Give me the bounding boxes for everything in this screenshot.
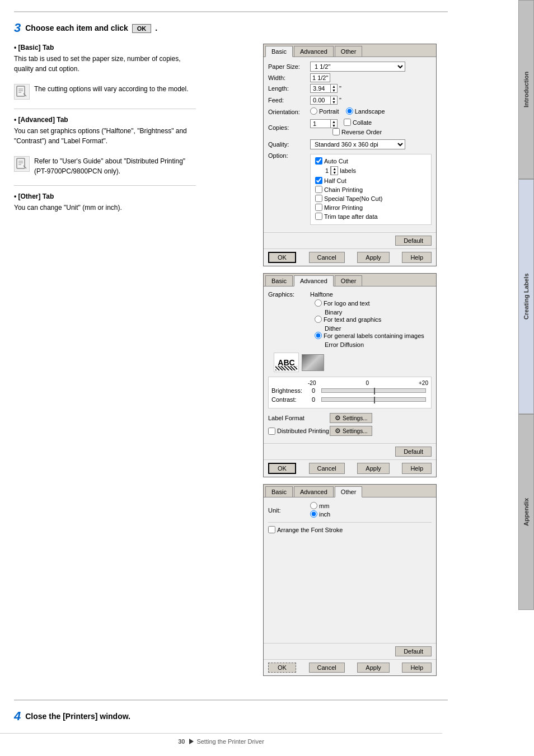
portrait-input[interactable] [310,107,317,115]
general-labels-radio[interactable] [315,332,322,339]
feed-arrows[interactable]: ▲ ▼ [330,96,337,104]
mirror-printing-label[interactable]: Mirror Printing [315,204,363,211]
trim-tape-label[interactable]: Trim tape after data [315,213,378,220]
inch-radio[interactable] [310,510,317,518]
auto-cut-checkbox[interactable] [315,157,322,165]
labels-spinner[interactable]: ▲ ▼ [330,166,338,175]
length-up-arrow[interactable]: ▲ [331,84,337,88]
basic-apply-btn[interactable]: Apply [357,252,390,263]
labels-up[interactable]: ▲ [331,167,338,171]
paper-size-control[interactable]: 1 1/2" [310,62,432,72]
quality-select[interactable]: Standard 360 x 360 dpi [310,139,405,149]
basic-default-btn[interactable]: Default [395,236,432,246]
oth-tab-basic[interactable]: Basic [265,486,293,497]
advanced-help-btn[interactable]: Help [402,463,432,474]
copies-down[interactable]: ▼ [331,124,337,128]
logo-text-radio-label[interactable]: For logo and text [315,299,370,307]
distributed-printing-checkbox[interactable] [268,428,275,435]
half-cut-checkbox[interactable] [315,177,322,184]
copies-value[interactable]: 1 [311,120,330,128]
side-tab-creating-labels[interactable]: Creating Labels [518,179,534,414]
label-format-settings-btn[interactable]: ⚙ Settings... [330,413,372,423]
labels-arrows[interactable]: ▲ ▼ [331,167,338,175]
mirror-printing-checkbox[interactable] [315,204,322,211]
arrange-font-label[interactable]: Arrange the Font Stroke [268,526,343,533]
oth-tab-advanced[interactable]: Advanced [294,486,334,497]
other-dialog-tabs[interactable]: Basic Advanced Other [264,485,436,497]
inch-radio-label[interactable]: inch [310,510,330,518]
copies-arrows[interactable]: ▲ ▼ [330,120,337,128]
length-down-arrow[interactable]: ▼ [331,88,337,92]
distributed-printing-label[interactable]: Distributed Printing [268,428,330,435]
ok-button-inline[interactable]: OK [132,24,152,33]
collate-checkbox-label[interactable]: Collate [344,119,372,126]
length-value[interactable]: 3.94 [311,84,330,92]
advanced-dialog-footer: Default [264,443,436,459]
trim-tape-row: Trim tape after data [315,213,427,220]
reverse-order-checkbox[interactable] [332,128,340,135]
adv-tab-basic[interactable]: Basic [265,275,293,286]
special-tape-label[interactable]: Special Tape(No Cut) [315,195,382,202]
feed-spinner[interactable]: 0.00 ▲ ▼ [310,96,338,105]
logo-text-radio[interactable] [315,299,322,307]
landscape-radio[interactable]: Landscape [346,107,385,115]
brightness-slider[interactable] [321,388,426,393]
feed-value[interactable]: 0.00 [311,96,330,104]
basic-dialog-tabs[interactable]: Basic Advanced Other [264,44,436,57]
tab-basic[interactable]: Basic [265,46,293,57]
other-default-btn[interactable]: Default [395,646,432,656]
reverse-order-label[interactable]: Reverse Order [332,128,382,135]
other-apply-btn[interactable]: Apply [357,663,390,673]
quality-control[interactable]: Standard 360 x 360 dpi [310,139,432,149]
oth-tab-other[interactable]: Other [335,486,363,497]
tab-advanced[interactable]: Advanced [294,46,334,57]
other-ok-btn[interactable]: OK [268,663,296,673]
chain-printing-label[interactable]: Chain Printing [315,186,363,193]
basic-ok-btn[interactable]: OK [268,252,296,263]
adv-tab-other[interactable]: Other [335,275,363,286]
side-tab-appendix[interactable]: Appendix [518,414,534,610]
basic-cancel-btn[interactable]: Cancel [309,252,345,263]
mm-radio-label[interactable]: mm [310,502,329,509]
other-cancel-btn[interactable]: Cancel [309,663,345,673]
basic-tab-note-box: The cutting options will vary according … [14,84,196,100]
copies-up[interactable]: ▲ [331,120,337,124]
copies-spinner[interactable]: 1 ▲ ▼ [310,119,338,128]
advanced-default-btn[interactable]: Default [395,447,432,457]
special-tape-checkbox[interactable] [315,195,322,202]
trim-tape-checkbox[interactable] [315,213,322,220]
chain-printing-checkbox[interactable] [315,186,322,193]
length-spinner[interactable]: 3.94 ▲ ▼ [310,84,338,93]
feed-up-arrow[interactable]: ▲ [331,96,337,100]
general-labels-radio-label[interactable]: For general labels containing images [315,332,424,339]
distributed-settings-btn[interactable]: ⚙ Settings... [330,426,372,436]
feed-down-arrow[interactable]: ▼ [331,100,337,104]
advanced-cancel-btn[interactable]: Cancel [309,463,345,474]
mm-radio[interactable] [310,502,317,509]
graphics-section: Graphics: Halftone For logo and text [268,291,432,436]
contrast-slider[interactable] [321,397,426,402]
portrait-radio[interactable]: Portrait [310,107,339,115]
option-section: Auto Cut 1 ▲ [310,154,432,225]
labels-down[interactable]: ▼ [331,171,338,175]
half-cut-label[interactable]: Half Cut [315,177,346,184]
paper-size-select[interactable]: 1 1/2" [310,62,405,72]
landscape-input[interactable] [346,107,353,115]
length-arrows[interactable]: ▲ ▼ [330,84,337,92]
advanced-apply-btn[interactable]: Apply [357,463,390,474]
advanced-dialog-tabs[interactable]: Basic Advanced Other [264,274,436,287]
width-label: Width: [268,74,310,81]
other-help-btn[interactable]: Help [402,663,432,673]
width-value[interactable]: 1 1/2" [310,73,330,82]
adv-tab-advanced[interactable]: Advanced [294,275,334,287]
basic-help-btn[interactable]: Help [402,252,432,263]
tab-other[interactable]: Other [335,46,363,57]
text-graphics-radio[interactable] [315,316,322,323]
auto-cut-label[interactable]: Auto Cut [315,157,348,165]
text-graphics-radio-label[interactable]: For text and graphics [315,316,381,323]
side-tab-introduction[interactable]: Introduction [518,0,534,179]
collate-checkbox[interactable] [344,119,351,126]
arrange-font-checkbox[interactable] [268,526,275,533]
advanced-ok-btn[interactable]: OK [268,463,296,474]
option-row: Option: Auto Cut [268,152,432,225]
